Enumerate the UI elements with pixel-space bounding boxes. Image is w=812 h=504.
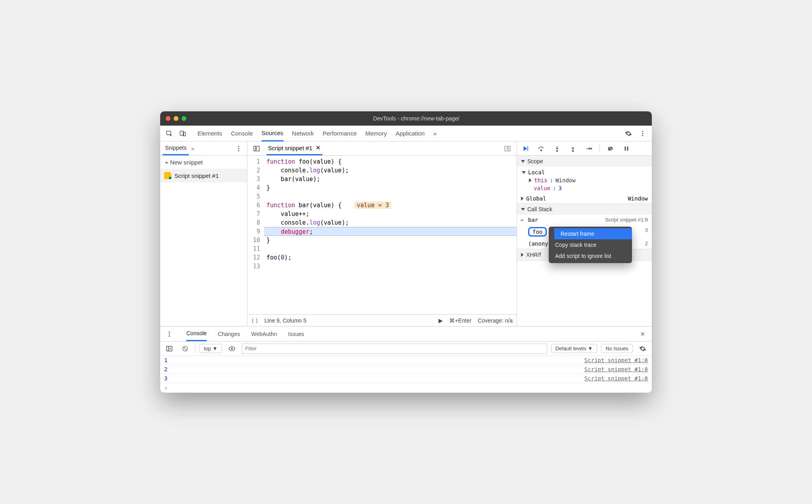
drawer-tab-webauthn[interactable]: WebAuthn — [251, 326, 277, 341]
clear-console-icon[interactable] — [179, 343, 191, 355]
ctx-copy-stack-trace[interactable]: Copy stack trace — [549, 239, 632, 250]
tab-performance[interactable]: Performance — [323, 126, 357, 141]
step-over-icon[interactable] — [535, 143, 547, 155]
console-prompt[interactable]: › — [160, 383, 652, 393]
console-toolbar: top ▼ Default levels ▼ No Issues — [160, 342, 652, 356]
tab-application[interactable]: Application — [396, 126, 425, 141]
drawer-close-icon[interactable]: ✕ — [637, 328, 649, 340]
svg-point-19 — [169, 333, 170, 334]
tabs-list: Elements Console Sources Network Perform… — [197, 126, 621, 141]
svg-rect-21 — [167, 346, 172, 351]
new-snippet-button[interactable]: + New snippet — [160, 156, 247, 169]
snippet-item[interactable]: Script snippet #1 — [160, 169, 247, 182]
editor-header: Script snippet #1 ✕ — [247, 141, 517, 156]
inline-value-hint: value = 3 — [354, 202, 391, 209]
coverage-label: Coverage: n/a — [478, 317, 513, 324]
drawer-tabs: Console Changes WebAuthn Issues ✕ — [160, 326, 652, 342]
drawer-tab-changes[interactable]: Changes — [218, 326, 240, 341]
more-icon[interactable] — [637, 128, 649, 139]
svg-point-23 — [231, 347, 233, 349]
window-controls — [166, 116, 186, 121]
ctx-add-ignore-list[interactable]: Add script to ignore list — [549, 250, 632, 262]
issues-button[interactable]: No Issues — [601, 344, 633, 353]
scope-global[interactable]: GlobalWindow — [517, 194, 652, 203]
context-menu: Restart frame Copy stack trace Add scrip… — [549, 227, 632, 263]
drawer-tab-issues[interactable]: Issues — [288, 326, 304, 341]
svg-point-4 — [642, 133, 643, 134]
minimize-window-icon[interactable] — [174, 116, 178, 121]
file-tab[interactable]: Script snippet #1 ✕ — [266, 141, 322, 155]
tab-memory[interactable]: Memory — [366, 126, 387, 141]
step-icon[interactable] — [583, 143, 595, 155]
debugger-pane: Scope Local this: Window value: 3 Global… — [517, 141, 652, 326]
navigator-more-icon[interactable] — [233, 143, 245, 155]
close-file-icon[interactable]: ✕ — [316, 144, 321, 151]
toggle-navigator-icon[interactable] — [251, 143, 262, 155]
toggle-debugger-icon[interactable] — [502, 143, 513, 155]
main-tabbar: Elements Console Sources Network Perform… — [160, 126, 652, 141]
svg-rect-0 — [167, 131, 171, 135]
device-toggle-icon[interactable] — [177, 128, 189, 139]
step-into-icon[interactable] — [551, 143, 563, 155]
navigator-pane: Snippets » + New snippet Script snippet … — [160, 141, 247, 326]
svg-point-5 — [642, 135, 643, 136]
editor-pane: Script snippet #1 ✕ 12345678910111213 fu… — [247, 141, 517, 326]
resume-icon[interactable] — [519, 143, 531, 155]
settings-icon[interactable] — [622, 128, 634, 139]
svg-point-7 — [238, 148, 239, 149]
editor-statusbar: { } Line 9, Column 5 ▶ ⌘+Enter Coverage:… — [247, 314, 517, 326]
debugger-toolbar — [517, 141, 652, 156]
drawer-more-icon[interactable] — [163, 328, 175, 340]
svg-point-14 — [573, 150, 574, 151]
snippet-item-label: Script snippet #1 — [174, 172, 219, 179]
run-shortcut: ⌘+Enter — [449, 317, 471, 324]
tab-network[interactable]: Network — [292, 126, 314, 141]
live-expression-icon[interactable] — [226, 343, 238, 355]
navigator-header: Snippets » — [160, 141, 247, 156]
line-gutter: 12345678910111213 — [247, 156, 264, 314]
close-window-icon[interactable] — [166, 116, 170, 121]
svg-point-12 — [541, 150, 542, 151]
log-row[interactable]: 2Script snippet #1:8 — [160, 365, 652, 374]
svg-rect-17 — [627, 146, 628, 151]
console-sidebar-icon[interactable] — [163, 343, 175, 355]
svg-rect-11 — [527, 146, 528, 151]
step-out-icon[interactable] — [567, 143, 579, 155]
svg-point-13 — [557, 150, 558, 151]
stack-frame-bar[interactable]: barScript snippet #1:9 — [517, 215, 652, 225]
ctx-restart-frame[interactable]: Restart frame — [554, 228, 632, 239]
code-editor[interactable]: 12345678910111213 function foo(value) { … — [247, 156, 517, 314]
code-body[interactable]: function foo(value) { console.log(value)… — [264, 156, 517, 314]
scope-header[interactable]: Scope — [517, 156, 652, 167]
run-icon[interactable]: ▶ — [439, 317, 443, 324]
snippet-file-icon — [164, 172, 171, 179]
tab-elements[interactable]: Elements — [197, 126, 222, 141]
callstack-header[interactable]: Call Stack — [517, 204, 652, 215]
log-row[interactable]: 3Script snippet #1:8 — [160, 374, 652, 383]
pause-exceptions-icon[interactable] — [620, 143, 632, 155]
deactivate-breakpoints-icon[interactable] — [605, 143, 617, 155]
log-levels-select[interactable]: Default levels ▼ — [551, 344, 598, 353]
tab-sources[interactable]: Sources — [262, 126, 283, 141]
svg-rect-9 — [254, 146, 259, 151]
scope-local-label[interactable]: Local — [528, 169, 545, 176]
console-filter-input[interactable] — [242, 344, 547, 354]
console-settings-icon[interactable] — [637, 343, 649, 355]
svg-point-20 — [169, 335, 170, 336]
inspect-icon[interactable] — [163, 128, 175, 139]
navigator-overflow[interactable]: » — [191, 145, 194, 152]
console-context[interactable]: top ▼ — [199, 344, 222, 353]
log-row[interactable]: 1Script snippet #1:8 — [160, 356, 652, 365]
svg-rect-16 — [625, 146, 626, 151]
svg-point-3 — [642, 131, 643, 132]
tab-console[interactable]: Console — [231, 126, 253, 141]
maximize-window-icon[interactable] — [182, 116, 186, 121]
console-output: 1Script snippet #1:8 2Script snippet #1:… — [160, 356, 652, 383]
svg-point-18 — [169, 331, 170, 332]
titlebar: DevTools - chrome://new-tab-page/ — [160, 111, 652, 126]
svg-point-8 — [238, 150, 239, 151]
navigator-tab-snippets[interactable]: Snippets — [163, 141, 189, 155]
pretty-print-icon[interactable]: { } — [251, 317, 258, 324]
drawer-tab-console[interactable]: Console — [186, 326, 207, 341]
tabs-overflow[interactable]: » — [433, 126, 437, 141]
